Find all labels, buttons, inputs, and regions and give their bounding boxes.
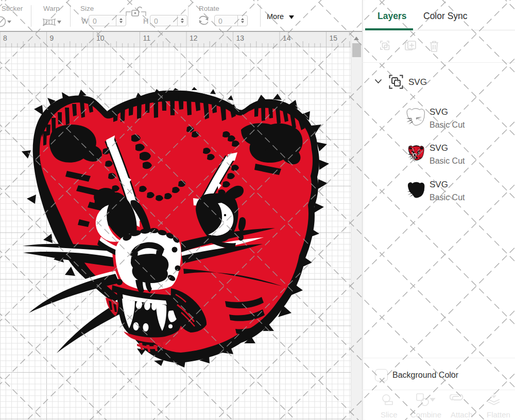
svg-text:8: 8 [3, 34, 7, 42]
svg-text:13: 13 [236, 34, 245, 42]
svg-text:12: 12 [190, 34, 198, 42]
svg-text:15: 15 [330, 34, 338, 42]
svg-text:10: 10 [96, 34, 105, 42]
svg-text:11: 11 [143, 34, 151, 42]
svg-text:14: 14 [283, 34, 291, 42]
svg-text:9: 9 [50, 34, 54, 42]
